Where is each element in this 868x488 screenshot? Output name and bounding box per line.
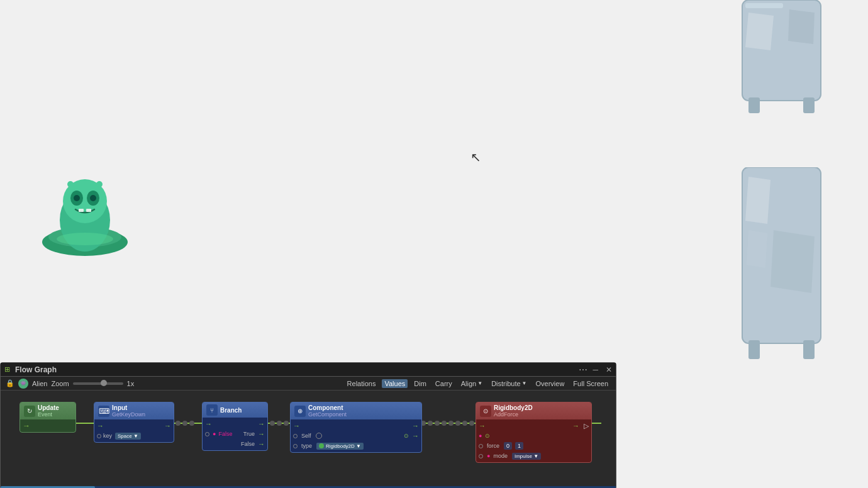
node-component-title: Component <box>308 404 347 411</box>
type-value[interactable]: Rigidbody2D ▼ <box>316 443 364 450</box>
node-component[interactable]: ⊕ Component GetComponent → → Self ⊙ <box>290 402 422 453</box>
zoom-value: 1x <box>127 380 135 387</box>
component-type-port: type Rigidbody2D ▼ <box>291 441 421 451</box>
panel-options[interactable]: ⋯ <box>579 365 587 375</box>
node-rigidbody-subtitle: AddForce <box>494 411 533 418</box>
force-label: force <box>487 443 499 449</box>
rigidbody-flow-port: → → ▷ <box>476 421 591 431</box>
distribute-arrow: ▼ <box>522 380 527 386</box>
alien-character <box>38 167 132 264</box>
node-rigidbody[interactable]: ⊙ Rigidbody2D AddForce → → ▷ ● ⊙ <box>476 402 592 463</box>
node-branch-header: ⑂ Branch <box>203 402 267 418</box>
flow-graph-title: Flow Graph <box>15 365 57 374</box>
svg-marker-7 <box>745 177 771 224</box>
false-label: False <box>241 441 255 447</box>
lock-icon[interactable]: 🔒 <box>6 379 14 387</box>
node-input-title: Input <box>112 404 145 411</box>
svg-point-33 <box>270 421 275 426</box>
self-icon <box>316 433 322 439</box>
svg-point-40 <box>448 421 453 426</box>
node-update-ports: → <box>20 419 75 432</box>
zoom-label: Zoom <box>51 380 69 387</box>
key-value[interactable]: Space ▼ <box>115 433 141 440</box>
node-input-header: ⌨ Input GetKeyDown <box>94 402 174 419</box>
svg-point-41 <box>455 421 460 426</box>
input-flow-port: → → <box>94 421 174 431</box>
rigidbody-icon: ⊙ <box>480 406 491 417</box>
node-update[interactable]: ↻ Update Event → <box>19 402 76 433</box>
node-branch[interactable]: ⑂ Branch → → ● False True → <box>202 402 268 451</box>
alien-label: Alien <box>32 380 47 387</box>
svg-point-37 <box>428 421 433 426</box>
input-flow-out: → <box>164 422 171 430</box>
node-update-subtitle: Event <box>38 411 59 418</box>
align-arrow: ▼ <box>477 380 482 386</box>
force-value-0[interactable]: 0 <box>504 442 512 450</box>
component-flow-port: → → <box>291 421 421 431</box>
branch-bool-dot: ● <box>213 431 216 437</box>
node-component-ports: → → Self ⊙ → type Rigid <box>291 419 421 452</box>
alien-label-icon: 👾 <box>18 379 28 389</box>
input-icon: ⌨ <box>98 406 109 417</box>
flow-graph-toolbar: 🔒 👾 Alien Zoom 1x Relations Values Dim C… <box>1 377 616 391</box>
node-input-subtitle: GetKeyDown <box>112 411 145 418</box>
component-out-dot: ⊙ <box>404 433 409 439</box>
update-flow-port: → <box>20 421 75 431</box>
node-component-subtitle: GetComponent <box>308 411 347 418</box>
branch-false-port: False → <box>203 439 267 449</box>
node-update-title: Update <box>38 404 59 411</box>
relations-button[interactable]: Relations <box>345 379 379 388</box>
branch-true-port: ● False True → <box>203 429 267 439</box>
mode-label: mode <box>493 453 508 459</box>
svg-point-42 <box>462 421 467 426</box>
zoom-slider-container <box>73 382 123 385</box>
force-value-1[interactable]: 1 <box>515 442 523 450</box>
svg-marker-8 <box>771 230 815 293</box>
zoom-slider[interactable] <box>73 382 123 385</box>
node-branch-title: Branch <box>220 407 242 414</box>
self-label: Self <box>301 433 311 439</box>
svg-point-19 <box>90 195 96 201</box>
node-component-header: ⊕ Component GetComponent <box>291 402 421 419</box>
node-input-ports: → → key Space ▼ <box>94 419 174 442</box>
svg-point-31 <box>182 421 187 426</box>
panel-close[interactable]: ✕ <box>606 365 612 374</box>
svg-point-32 <box>189 421 194 426</box>
input-flow-in: → <box>97 422 104 430</box>
rigidbody-self-port: ● ⊙ <box>476 431 591 441</box>
branch-bool-value: False <box>218 431 232 437</box>
align-button[interactable]: Align ▼ <box>459 379 485 388</box>
input-key-port: key Space ▼ <box>94 431 174 441</box>
robot-character-top <box>733 0 830 116</box>
node-canvas[interactable]: ↻ Update Event → ⌨ Input GetKeyDown <box>1 391 616 488</box>
distribute-button[interactable]: Distribute ▼ <box>489 379 529 388</box>
svg-point-30 <box>175 421 181 426</box>
update-flow-arrow: → <box>23 421 30 430</box>
svg-point-23 <box>96 181 103 187</box>
node-branch-ports: → → ● False True → False → <box>203 418 267 450</box>
fullscreen-button[interactable]: Full Screen <box>570 379 611 388</box>
node-rigidbody-title: Rigidbody2D <box>494 404 533 411</box>
rigidbody-mode-port: ● mode Impulse ▼ <box>476 451 591 461</box>
flow-graph-header: ⊞ Flow Graph ⋯ ─ ✕ <box>1 363 616 377</box>
svg-rect-21 <box>86 209 91 212</box>
svg-point-34 <box>277 421 282 426</box>
overview-button[interactable]: Overview <box>533 379 567 388</box>
svg-point-35 <box>284 421 289 426</box>
node-rigidbody-ports: → → ▷ ● ⊙ force 0 1 ● <box>476 419 591 462</box>
mode-value[interactable]: Impulse ▼ <box>512 453 541 460</box>
branch-icon: ⑂ <box>206 404 218 416</box>
svg-point-43 <box>469 421 474 426</box>
branch-flow-port: → → <box>203 419 267 429</box>
node-rigidbody-header: ⊙ Rigidbody2D AddForce <box>476 402 591 419</box>
update-icon: ↻ <box>24 406 35 417</box>
component-icon: ⊕ <box>294 406 306 417</box>
node-update-header: ↻ Update Event <box>20 402 75 419</box>
svg-point-24 <box>57 233 113 245</box>
panel-minimize[interactable]: ─ <box>593 365 598 374</box>
carry-button[interactable]: Carry <box>433 379 455 388</box>
node-input[interactable]: ⌨ Input GetKeyDown → → key Space ▼ <box>94 402 174 443</box>
dim-button[interactable]: Dim <box>411 379 429 388</box>
type-label: type <box>301 443 312 449</box>
values-button[interactable]: Values <box>382 379 408 388</box>
